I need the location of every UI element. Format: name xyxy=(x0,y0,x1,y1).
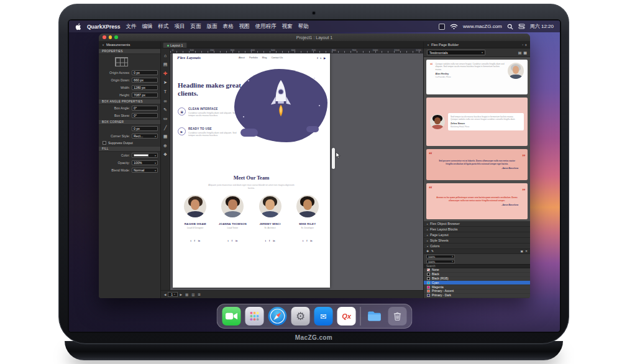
menu-window[interactable]: 视窗 xyxy=(281,23,292,30)
opacity-field[interactable]: 100% xyxy=(132,160,158,165)
pen-tool[interactable]: ✎ xyxy=(162,106,169,113)
duplicate-color-icon[interactable]: ▣ xyxy=(520,250,523,253)
testimonial-block[interactable]: “ “ Sed posuere consectetur est at lobor… xyxy=(426,149,528,180)
color-row-magenta[interactable]: Magenta xyxy=(424,285,530,289)
list-view-icon[interactable]: ▤ xyxy=(518,50,522,55)
box-angle-field[interactable]: 0° xyxy=(132,106,158,111)
canvas-scrollbar-thumb[interactable] xyxy=(332,148,335,169)
width-field[interactable]: 1280 px xyxy=(132,85,158,90)
color-row-primary-dark[interactable]: Primary - Dark xyxy=(424,294,530,298)
trash-icon[interactable] xyxy=(388,307,407,325)
zoom-tool[interactable]: ⊕ xyxy=(162,142,169,149)
launchpad-icon[interactable] xyxy=(245,307,264,325)
box-angle-section-header[interactable]: BOX ANGLE PROPERTIES xyxy=(99,99,160,104)
color-row-none[interactable]: None xyxy=(424,268,530,273)
panel-page-layout[interactable]: ▸Page Layout xyxy=(424,232,530,238)
panel-colors-header[interactable]: ▾Colors xyxy=(424,243,530,249)
block-category-select[interactable]: Testimonials xyxy=(427,50,485,55)
testimonial-block[interactable]: “ “ Aenean eu leo quam pellentesque orna… xyxy=(426,183,528,219)
menu-help[interactable]: 帮助 xyxy=(298,23,308,30)
corner-radius-field[interactable]: 0 px xyxy=(132,126,158,131)
reference-point-proxy[interactable] xyxy=(99,54,160,69)
color-row-cyan[interactable]: Cyan xyxy=(424,281,530,285)
add-color-icon[interactable]: ✚ xyxy=(426,250,429,253)
facetime-icon[interactable] xyxy=(222,307,241,325)
properties-section-header[interactable]: PROPERTIES xyxy=(99,48,160,54)
quarkxpress-dock-icon[interactable]: Qx xyxy=(337,307,356,325)
page-grid-tool[interactable]: ▤ xyxy=(162,61,169,68)
document-page[interactable]: Flex Layouts About Portfolio Blog Contac… xyxy=(173,53,330,288)
proxy-grid-icon[interactable] xyxy=(115,57,128,66)
search-icon[interactable] xyxy=(507,24,513,30)
corner-style-select[interactable]: Rect... xyxy=(132,134,158,139)
text-tool[interactable]: T xyxy=(162,88,169,95)
menu-utilities[interactable]: 使用程序 xyxy=(255,23,276,30)
menu-page[interactable]: 页面 xyxy=(190,23,201,30)
folder-icon[interactable] xyxy=(365,307,384,325)
color-row-primary-accent[interactable]: Primary - Accent xyxy=(424,289,530,294)
menu-edit[interactable]: 编辑 xyxy=(142,23,152,30)
panel-menu-icon[interactable]: ≡ xyxy=(525,43,527,47)
menubar-app-name[interactable]: QuarkXPress xyxy=(87,24,120,30)
menu-file[interactable]: 文件 xyxy=(126,23,136,30)
page-number-select[interactable]: 1 xyxy=(168,292,178,297)
layout-tab[interactable]: Layout 1 xyxy=(163,42,187,48)
table-tool[interactable]: ▦ xyxy=(162,134,169,140)
menubar-clock[interactable]: 周六 12:20 xyxy=(530,23,554,30)
safari-icon[interactable] xyxy=(268,307,287,325)
minimize-button[interactable] xyxy=(109,35,112,39)
colors-search[interactable] xyxy=(424,264,530,268)
linking-tool[interactable]: ∞ xyxy=(162,98,169,104)
document-canvas[interactable]: 0100200300400500600700800900100011001200… xyxy=(170,48,423,290)
height-field[interactable]: 7087 px xyxy=(132,93,158,98)
item-pointer-tool[interactable]: ➤ xyxy=(162,80,169,86)
box-tool[interactable]: ▭ xyxy=(162,116,169,122)
menu-style[interactable]: 样式 xyxy=(158,23,168,30)
detach-panel-icon[interactable]: ▫ xyxy=(522,43,523,47)
prev-page-button[interactable]: ◀ xyxy=(164,293,166,296)
color-opacity-select[interactable]: 100% xyxy=(426,260,455,264)
view-fit-icon[interactable]: ⊞ xyxy=(198,293,201,296)
panel-flex-layout-blocks[interactable]: ▸Flex Layout Blocks xyxy=(424,227,530,232)
menu-table[interactable]: 表格 xyxy=(222,23,233,30)
zoom-button[interactable] xyxy=(114,35,118,39)
menu-item[interactable]: 项目 xyxy=(174,23,185,30)
testimonial-block[interactable]: Sed tempor iaculis massa faucibus feugia… xyxy=(426,98,528,146)
grid-view-icon[interactable]: ▦ xyxy=(523,50,527,55)
palette-title-bar[interactable]: ▼ Measurements xyxy=(99,42,160,48)
edit-color-icon[interactable]: ✎ xyxy=(431,250,434,253)
fill-section-header[interactable]: FILL xyxy=(99,146,160,152)
apple-logo-icon[interactable] xyxy=(75,23,81,30)
home-tool[interactable]: ⌂ xyxy=(162,52,169,59)
box-skew-field[interactable]: 0° xyxy=(132,113,158,118)
colors-search-input[interactable] xyxy=(426,265,528,268)
pan-tool[interactable]: ❖ xyxy=(162,152,169,158)
menu-layout[interactable]: 版面 xyxy=(206,23,217,30)
origin-down-field[interactable]: 660 px xyxy=(132,78,158,83)
shade-select[interactable]: 100% xyxy=(426,255,455,259)
testimonial-block[interactable]: “ Quisque sodales nulla non ornare feugi… xyxy=(426,60,528,94)
origin-across-field[interactable]: 0 px xyxy=(132,70,158,75)
close-button[interactable] xyxy=(103,35,106,39)
color-row-black[interactable]: Black xyxy=(424,273,530,277)
builder-title-bar[interactable]: ▼ Flex Page Builder ▫≡ xyxy=(424,42,530,48)
window-titlebar[interactable]: Project1 : Layout 1 xyxy=(99,34,530,42)
suppress-output-checkbox[interactable]: Suppress Output xyxy=(99,140,160,146)
system-preferences-icon[interactable]: ⚙ xyxy=(291,307,310,325)
fill-color-select[interactable] xyxy=(132,153,158,158)
panel-flex-object-browser[interactable]: ▸Flex Object Browser xyxy=(424,221,530,227)
wifi-icon[interactable] xyxy=(450,24,458,30)
box-corner-section-header[interactable]: BOX CORNER xyxy=(99,119,160,125)
delete-color-icon[interactable]: ✕ xyxy=(525,250,528,253)
menu-view[interactable]: 视图 xyxy=(239,23,249,30)
color-row-black-rgb[interactable]: Black (RGB) xyxy=(424,277,530,281)
checkbox-icon[interactable] xyxy=(103,141,106,145)
add-item-tool[interactable]: ✚ xyxy=(162,70,169,77)
blend-mode-select[interactable]: Normal xyxy=(132,168,158,173)
input-source-icon[interactable] xyxy=(439,24,445,30)
mail-icon[interactable]: ✉ xyxy=(314,307,333,325)
panel-style-sheets[interactable]: ▸Style Sheets xyxy=(424,238,530,243)
horizontal-ruler[interactable]: 0100200300400500600700800900100011001200 xyxy=(170,48,423,53)
line-tool[interactable]: ╱ xyxy=(162,124,169,131)
view-pages-icon[interactable]: ▦ xyxy=(185,293,188,296)
